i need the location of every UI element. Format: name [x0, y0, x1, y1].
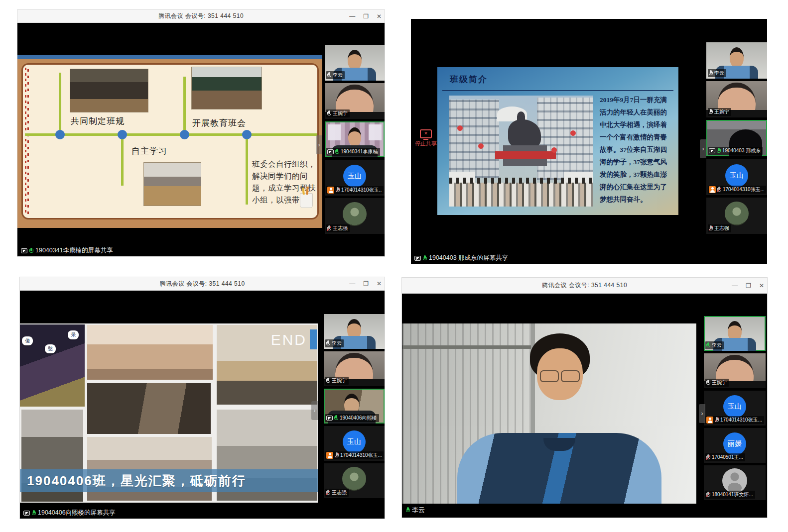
participant-tile-xiangxilou[interactable]: 19040406向熙楼 — [324, 389, 385, 424]
participant-tile-zhangyu[interactable]: 玉山 1704014310张玉... — [324, 426, 385, 461]
timeline-dot — [118, 130, 127, 139]
participant-tile-liyun[interactable]: 李云 — [324, 314, 385, 349]
title-bar: 腾讯会议 会议号: 351 444 510 — ❐ ✕ — [20, 277, 385, 291]
screen-share-icon — [326, 416, 333, 421]
timeline-line — [25, 133, 317, 136]
participant-tile-banwenhuai[interactable]: 18040141班文怀... — [704, 465, 766, 500]
participant-tile-zhangyu[interactable]: 玉山 1704014310张玉... — [325, 160, 385, 196]
member-badge-icon — [327, 187, 334, 194]
close-button[interactable]: ✕ — [377, 281, 382, 287]
shared-screen-area: 班级简介 2019年9月7日一群充满活力的年 — [411, 19, 702, 264]
participant-tile-wangzhiqiang[interactable]: 王志强 — [324, 463, 385, 498]
shared-screen-area: 共同制定班规 开展教育班会 自主学习 班委会自行组织，解决同学们的问题，成立学习… — [17, 23, 322, 256]
participant-label: 李云 — [708, 69, 726, 77]
mic-icon — [406, 507, 410, 513]
mic-icon — [32, 510, 36, 516]
mic-icon — [327, 72, 331, 78]
mic-muted-icon — [326, 490, 330, 496]
avatar: 玉山 — [723, 395, 746, 418]
member-badge-icon — [709, 186, 716, 193]
share-status-bar: 19040341李康楠的屏幕共享 — [21, 246, 113, 255]
sidebar-collapse-arrow[interactable]: › — [699, 404, 705, 423]
share-status-text: 19040406向熙楼的屏幕共享 — [38, 509, 116, 517]
classroom-photo-1 — [70, 69, 148, 112]
participant-label: 王婉宁 — [708, 108, 731, 116]
participant-tile-wangwanning[interactable]: 王婉宁 — [704, 353, 766, 388]
screen-share-icon — [23, 511, 30, 516]
milestone-label-2: 开展教育班会 — [192, 117, 246, 129]
stop-share-button[interactable]: 停止共享 — [415, 129, 437, 147]
participant-tile-zhangyu[interactable]: 玉山 1704014310张玉... — [706, 159, 767, 195]
building-graphic — [537, 98, 593, 180]
participant-tile-zhangyu[interactable]: 玉山 1704014310张玉... — [704, 391, 766, 426]
participant-tile-wangwanning[interactable]: 王婉宁 — [324, 351, 385, 386]
participant-label: 1704014310张玉... — [326, 186, 384, 194]
title-bar: 腾讯会议 会议号: 351 444 510 — ❐ ✕ — [402, 278, 767, 294]
participant-sidebar: 李云 王婉宁 19040403 邢成东 玉山 — [706, 19, 767, 264]
participant-tile-wang[interactable]: 丽媛 17040501王... — [704, 428, 766, 463]
close-button[interactable]: ✕ — [377, 13, 382, 19]
participant-tile-liyun[interactable]: 李云 — [325, 45, 385, 81]
minimize-button[interactable]: — — [349, 281, 355, 287]
participant-tile-wangwanning[interactable]: 王婉宁 — [706, 81, 767, 117]
milestone-label-3: 自主学习 — [131, 145, 167, 157]
mic-muted-icon — [715, 417, 719, 423]
collage-photo — [87, 325, 213, 380]
timeline-connector — [59, 73, 61, 133]
lantern-graphic — [457, 125, 463, 131]
participant-tile-liyun[interactable]: 李云 — [706, 42, 767, 79]
window-frame-graphic — [402, 345, 533, 349]
participant-tile-likangnan[interactable]: 19040341李康楠 — [325, 121, 385, 157]
participant-tile-wangzhiqiang[interactable]: 王志强 — [706, 198, 767, 234]
member-badge-icon — [706, 417, 713, 424]
minimize-button[interactable]: — — [349, 13, 355, 19]
collage-caption: 19040406班，星光汇聚，砥砺前行 — [20, 472, 246, 490]
participant-label: 1704014310张玉... — [325, 451, 384, 459]
sidebar-collapse-arrow[interactable]: › — [700, 139, 706, 158]
end-blue-bar — [310, 329, 317, 349]
share-status-bar: 19040406向熙楼的屏幕共享 — [23, 509, 116, 517]
participant-sidebar: 李云 王婉宁 19040341李康楠 玉山 — [325, 23, 385, 256]
maximize-button[interactable]: ❐ — [746, 283, 751, 289]
share-status-text: 19040403 邢成东的屏幕共享 — [429, 254, 508, 262]
participant-label: 李云 — [325, 339, 344, 347]
participant-tile-wangzhiqiang[interactable]: 王志强 — [325, 198, 385, 234]
screen-share-icon — [709, 148, 715, 153]
mic-icon — [335, 149, 339, 155]
sidebar-collapse-arrow[interactable]: › — [316, 135, 322, 154]
participant-tile-xingchengdong[interactable]: 19040403 邢成东 — [706, 120, 767, 156]
stop-share-icon — [420, 129, 432, 138]
shared-screen-area: 傻 憨 呆 END 19040406班，星光汇聚，砥砺前行 19 — [20, 291, 318, 519]
mic-icon — [423, 255, 427, 261]
participant-label: 李云 — [326, 71, 345, 79]
lantern-graphic — [551, 147, 557, 153]
mic-icon — [334, 415, 338, 421]
participant-label: 王志强 — [326, 224, 350, 232]
maximize-button[interactable]: ❐ — [363, 281, 369, 287]
participant-tile-liyun[interactable]: 李云 — [704, 316, 766, 351]
milestone-label-1: 共同制定班规 — [71, 115, 125, 127]
slide-top-bar — [17, 55, 322, 59]
slide-title: 班级简介 — [450, 74, 488, 85]
notebook-page: 共同制定班规 开展教育班会 自主学习 班委会自行组织，解决同学们的问题，成立学习… — [21, 63, 319, 219]
horse-statue-graphic — [508, 119, 541, 148]
participant-tile-wangwanning[interactable]: 王婉宁 — [325, 83, 385, 119]
mic-muted-icon — [335, 452, 339, 458]
screen-share-icon — [414, 256, 421, 261]
participant-label: 19040403 邢成东 — [708, 147, 763, 155]
close-button[interactable]: ✕ — [759, 283, 764, 289]
sidebar-collapse-arrow[interactable]: › — [311, 401, 318, 420]
avatar: 玉山 — [343, 430, 366, 453]
participant-label: 18040141班文怀... — [705, 491, 755, 499]
mic-muted-icon — [706, 454, 710, 460]
speech-bubble: 傻 — [22, 336, 33, 345]
speech-bubble: 憨 — [45, 344, 56, 353]
slide-body-text: 2019年9月7日一群充满活力的年轻人在美丽的中北大学相遇，演绎着一个个富有激情… — [600, 94, 671, 206]
participant-label: 19040406向熙楼 — [325, 414, 379, 422]
stitch-decoration — [25, 68, 29, 215]
maximize-button[interactable]: ❐ — [363, 13, 369, 19]
timeline-connector — [246, 136, 248, 205]
minimize-button[interactable]: — — [732, 283, 738, 289]
avatar: 丽媛 — [723, 432, 746, 455]
participant-label: 王婉宁 — [325, 377, 349, 385]
